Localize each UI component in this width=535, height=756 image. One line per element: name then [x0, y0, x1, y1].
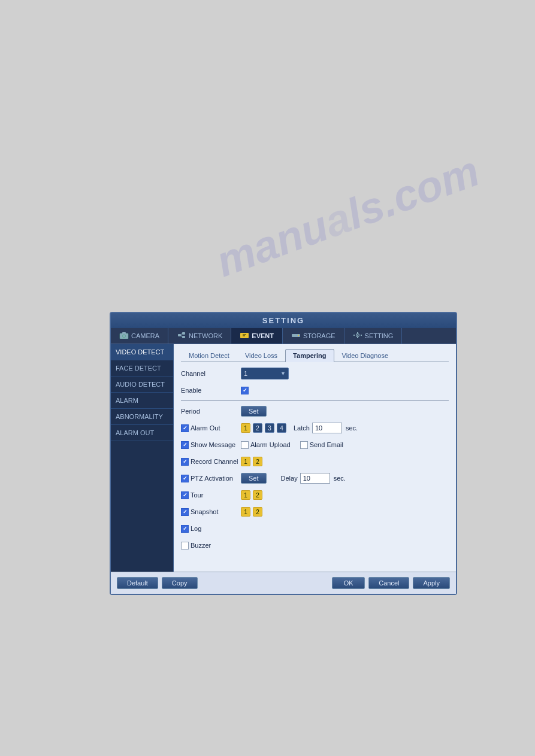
sub-tab-motion-detect[interactable]: Motion Detect [181, 349, 237, 362]
ptz-activation-label-wrap: PTZ Activation [181, 475, 241, 482]
snapshot-label: Snapshot [191, 508, 218, 515]
latch-input[interactable] [312, 423, 342, 433]
log-label-wrap: Log [181, 525, 241, 533]
record-channel-num-1[interactable]: 1 [241, 457, 250, 466]
record-channel-label-wrap: Record Channel [181, 458, 241, 466]
nav-tab-network-label: NETWORK [189, 332, 222, 339]
snapshot-checkbox[interactable] [181, 508, 189, 516]
alarm-out-num-4[interactable]: 4 [277, 423, 286, 433]
svg-rect-17 [353, 335, 355, 336]
storage-icon [291, 332, 301, 340]
ptz-set-control: Set Delay sec. [241, 473, 346, 484]
snapshot-wrap: Snapshot [181, 508, 241, 516]
sidebar-item-alarm-out[interactable]: ALARM OUT [111, 425, 173, 441]
channel-row: Channel 1 ▼ [181, 367, 449, 380]
enable-row: Enable [181, 384, 449, 397]
record-channel-row: Record Channel 1 2 [181, 455, 449, 468]
tour-nums: 1 2 [241, 490, 262, 500]
snapshot-row: Snapshot 1 2 [181, 505, 449, 518]
svg-rect-18 [361, 335, 362, 336]
alarm-out-num-3[interactable]: 3 [265, 423, 274, 433]
record-channel-num-2[interactable]: 2 [253, 457, 262, 466]
enable-checkbox[interactable] [241, 387, 249, 394]
alarm-out-num-1[interactable]: 1 [241, 423, 250, 433]
record-channel-checkbox[interactable] [181, 458, 189, 466]
show-message-row: Show Message Alarm Upload Send Email [181, 438, 449, 451]
sidebar-item-audio-detect[interactable]: AUDIO DETECT [111, 377, 173, 393]
sidebar-item-video-detect[interactable]: VIDEO DETECT [111, 344, 173, 360]
sidebar-item-abnormality[interactable]: ABNORMALITY [111, 409, 173, 425]
svg-rect-4 [182, 332, 185, 335]
settings-dialog: SETTING CAMERA [110, 312, 457, 595]
snapshot-num-1[interactable]: 1 [241, 507, 250, 517]
channel-label: Channel [181, 370, 241, 377]
dialog-title: SETTING [111, 313, 456, 328]
svg-point-12 [298, 335, 299, 336]
snapshot-nums: 1 2 [241, 507, 262, 517]
sidebar-item-face-detect[interactable]: FACE DETECT [111, 360, 173, 377]
buzzer-label: Buzzer [191, 542, 211, 549]
enable-label: Enable [181, 387, 241, 394]
alarm-out-row: Alarm Out 1 2 3 4 Latch sec. [181, 421, 449, 435]
sub-tab-video-loss[interactable]: Video Loss [237, 349, 285, 362]
tour-num-1[interactable]: 1 [241, 490, 250, 500]
period-set-button[interactable]: Set [241, 406, 267, 417]
main-panel: Motion Detect Video Loss Tampering Video… [174, 344, 456, 572]
nav-tab-camera[interactable]: CAMERA [111, 328, 168, 344]
delay-label: Delay [281, 475, 298, 482]
show-message-label-wrap: Show Message [181, 441, 241, 449]
copy-button[interactable]: Copy [162, 577, 198, 589]
alarm-upload-wrap: Alarm Upload [241, 441, 291, 449]
tour-num-2[interactable]: 2 [253, 490, 262, 500]
top-nav: CAMERA NETWORK E [111, 328, 456, 344]
nav-tab-setting-label: SETTING [365, 332, 394, 339]
send-email-wrap: Send Email [300, 441, 343, 449]
send-email-checkbox[interactable] [300, 441, 308, 449]
log-checkbox[interactable] [181, 525, 189, 533]
buzzer-wrap: Buzzer [181, 542, 241, 549]
channel-dropdown[interactable]: 1 ▼ [241, 368, 289, 379]
alarm-upload-control: Alarm Upload Send Email [241, 441, 343, 449]
ptz-set-button[interactable]: Set [241, 473, 267, 484]
ok-button[interactable]: OK [332, 577, 365, 589]
latch-label: Latch [294, 424, 310, 432]
default-button[interactable]: Default [117, 577, 158, 589]
svg-point-14 [357, 335, 358, 336]
ptz-activation-wrap: PTZ Activation [181, 475, 241, 482]
delay-input[interactable] [300, 473, 330, 484]
show-message-wrap: Show Message [181, 441, 241, 449]
record-channel-wrap: Record Channel [181, 458, 241, 466]
sub-tab-tampering[interactable]: Tampering [285, 349, 334, 362]
sub-tab-video-diagnose[interactable]: Video Diagnose [334, 349, 396, 362]
svg-rect-15 [357, 332, 358, 333]
nav-tab-setting[interactable]: SETTING [344, 328, 403, 344]
alarm-out-num-2[interactable]: 2 [253, 423, 262, 433]
log-label: Log [191, 525, 201, 532]
tour-checkbox[interactable] [181, 491, 189, 499]
apply-button[interactable]: Apply [413, 577, 450, 589]
event-icon [240, 332, 249, 340]
cancel-button[interactable]: Cancel [368, 577, 409, 589]
bottom-right-buttons: OK Cancel Apply [332, 577, 450, 589]
snapshot-label-wrap: Snapshot [181, 508, 241, 516]
alarm-out-wrap: Alarm Out [181, 424, 241, 432]
nav-tab-event[interactable]: EVENT [231, 328, 283, 344]
nav-tab-network[interactable]: NETWORK [168, 328, 231, 344]
buzzer-checkbox[interactable] [181, 542, 189, 549]
period-label: Period [181, 408, 241, 415]
bottom-bar: Default Copy OK Cancel Apply [111, 572, 456, 594]
alarm-upload-checkbox[interactable] [241, 441, 249, 449]
sidebar-item-alarm[interactable]: ALARM [111, 393, 173, 409]
ptz-activation-checkbox[interactable] [181, 475, 189, 482]
watermark: manuals.com [210, 146, 485, 286]
show-message-checkbox[interactable] [181, 441, 189, 449]
show-message-label: Show Message [191, 441, 235, 448]
divider-1 [181, 400, 449, 401]
period-control: Set [241, 406, 267, 417]
sub-tabs: Motion Detect Video Loss Tampering Video… [181, 349, 449, 362]
alarm-out-checkbox[interactable] [181, 424, 189, 432]
snapshot-num-2[interactable]: 2 [253, 507, 262, 517]
buzzer-row: Buzzer [181, 539, 449, 552]
chevron-down-icon: ▼ [280, 371, 286, 377]
nav-tab-storage[interactable]: STORAGE [283, 328, 344, 344]
